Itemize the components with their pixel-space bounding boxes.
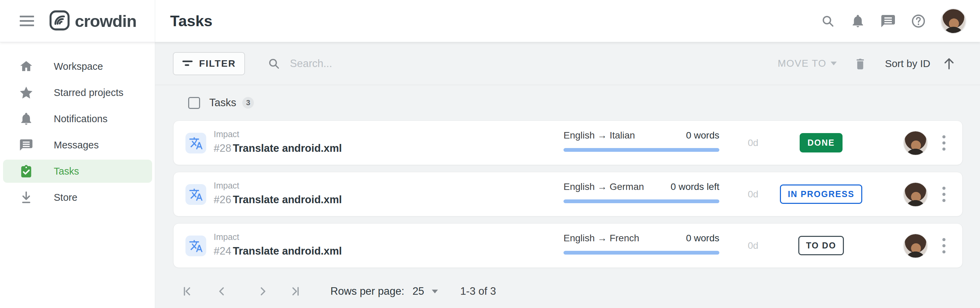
messages-button[interactable] [880,13,896,29]
sidebar-item-notifications[interactable]: Notifications [3,107,152,130]
previous-page-button[interactable] [216,284,228,298]
chat-icon [880,13,896,29]
user-avatar[interactable] [940,8,966,34]
delete-tasks-button[interactable] [853,56,867,71]
crowdin-logo-icon [49,10,70,32]
translate-icon [185,236,206,256]
row-menu-button[interactable] [934,184,953,205]
words-count: 0 words left [671,181,719,192]
sidebar-item-starred-projects[interactable]: Starred projects [3,81,152,104]
top-header: crowdin Tasks [0,0,980,42]
sort-by-button[interactable]: Sort by ID [885,58,930,69]
filter-button[interactable]: FILTER [173,52,245,75]
project-name: Impact [214,232,342,242]
main-content: FILTER MOVE TO [155,42,980,308]
tasks-icon [18,164,34,179]
list-header-label: Tasks [209,97,236,109]
task-cards: Impact #28 Translate android.xml English… [155,120,980,274]
last-page-button[interactable] [290,284,301,298]
kebab-icon [942,185,946,203]
chevron-down-icon [432,290,438,294]
words-count: 0 words [686,130,719,141]
list-header: Tasks 3 [155,85,980,120]
sidebar-item-messages[interactable]: Messages [3,133,152,156]
words-count: 0 words [686,233,719,244]
project-name: Impact [214,129,342,139]
star-icon [18,85,34,100]
sidebar-item-workspace[interactable]: Workspace [3,55,152,78]
chevron-left-icon [216,286,228,297]
assignee-avatar [903,233,928,258]
task-row[interactable]: Impact #28 Translate android.xml English… [173,120,963,165]
last-page-icon [290,286,301,297]
sidebar-item-tasks[interactable]: Tasks [3,160,152,183]
store-download-icon [18,190,34,205]
assignee-avatar [903,131,928,156]
pagination-range: 1-3 of 3 [460,285,496,297]
task-row[interactable]: Impact #24 Translate android.xml English… [173,223,963,268]
search-icon [820,13,836,29]
first-page-icon [181,286,193,297]
select-all-checkbox[interactable] [188,97,200,109]
translate-icon [185,184,206,205]
sidebar: Workspace Starred projects Notifications… [0,42,155,308]
sidebar-item-store[interactable]: Store [3,186,152,209]
language-pair: English → French [563,233,640,244]
home-icon [18,59,34,74]
due-label: 0d [734,121,772,165]
help-button[interactable] [911,13,926,29]
search-icon [267,56,281,71]
status-badge: TO DO [798,236,844,255]
task-title: Translate android.xml [233,245,342,257]
tasks-toolbar: FILTER MOVE TO [155,42,980,85]
trash-icon [853,56,867,71]
tasks-count-badge: 3 [242,97,254,109]
header-actions [820,8,966,34]
kebab-icon [942,237,946,255]
notifications-button[interactable] [850,13,865,29]
move-to-dropdown[interactable]: MOVE TO [778,58,837,69]
pagination: Rows per page: 25 1-3 of 3 [155,274,980,308]
bell-icon [850,13,865,29]
assignee-avatar [903,182,928,207]
language-pair: English → Italian [563,130,635,141]
rows-per-page-select[interactable]: 25 [412,285,438,297]
project-name: Impact [214,181,342,191]
task-search [267,56,501,71]
search-input[interactable] [290,57,501,70]
task-title: Translate android.xml [233,194,342,206]
rows-per-page-label: Rows per page: [331,285,404,297]
app-root: crowdin Tasks [0,0,980,308]
chevron-right-icon [257,286,269,297]
status-badge: IN PROGRESS [780,185,862,204]
translate-icon [185,133,206,153]
row-menu-button[interactable] [934,132,953,154]
menu-hamburger-button[interactable] [18,14,36,28]
help-icon [911,13,926,29]
task-id: #28 [214,142,231,154]
bell-icon [18,111,34,126]
toolbar-right-actions: MOVE TO Sort by ID [778,56,980,71]
progress-bar [563,199,719,203]
filter-icon [182,59,193,68]
due-label: 0d [734,172,772,216]
task-row[interactable]: Impact #26 Translate android.xml English… [173,172,963,217]
chevron-down-icon [830,62,837,65]
row-menu-button[interactable] [934,235,953,257]
next-page-button[interactable] [257,284,269,298]
sort-direction-button[interactable] [942,56,956,71]
task-id: #26 [214,194,231,206]
language-pair: English → German [563,181,644,192]
header-brand-zone: crowdin [0,0,155,42]
status-badge: DONE [800,133,843,152]
message-icon [18,137,34,152]
progress-bar [563,251,719,255]
page-title: Tasks [170,12,212,30]
header-main-zone: Tasks [155,0,980,42]
arrow-up-icon [942,56,956,71]
first-page-button[interactable] [181,284,193,298]
global-search-button[interactable] [820,13,836,29]
task-id: #24 [214,245,231,257]
tasks-list-area: Tasks 3 Impact #28 Translate andr [155,85,980,308]
crowdin-logo[interactable]: crowdin [49,10,137,32]
